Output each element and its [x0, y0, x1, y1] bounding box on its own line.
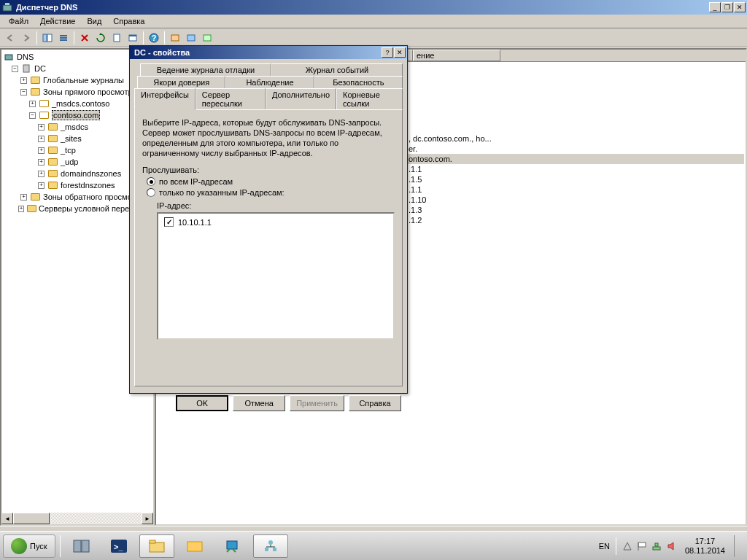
taskbar-server-manager[interactable]	[63, 534, 98, 558]
ip-address-list[interactable]: ✓ 10.10.1.1	[157, 212, 395, 340]
tab-forwarders[interactable]: Сервер пересылки	[196, 88, 266, 109]
list-row[interactable]: .1.3	[406, 205, 744, 215]
menu-help[interactable]: Справка	[107, 15, 150, 27]
server-icon	[20, 63, 32, 74]
menu-view[interactable]: Вид	[81, 15, 107, 27]
properties-button[interactable]	[125, 31, 140, 45]
list-view-button[interactable]	[56, 31, 71, 45]
tree-horizontal-scrollbar[interactable]: ◄ ►	[1, 513, 153, 524]
cancel-button[interactable]: Отмена	[233, 395, 285, 411]
scroll-thumb[interactable]	[13, 513, 50, 524]
expand-cond-forwarders[interactable]: +	[18, 206, 24, 212]
tab-interfaces[interactable]: Интерфейсы	[134, 88, 196, 110]
expand-dc[interactable]: −	[12, 66, 18, 72]
tab-root-hints[interactable]: Корневые ссылки	[336, 88, 403, 109]
node-dns[interactable]: DNS	[17, 52, 34, 61]
tray-network-icon[interactable]	[651, 541, 662, 551]
tab-advanced[interactable]: Дополнительно	[266, 88, 336, 109]
node-dc[interactable]: DC	[34, 64, 46, 73]
show-hide-tree-button[interactable]	[40, 31, 55, 45]
tab-event-log[interactable]: Журнал событий	[271, 63, 403, 76]
node-msdcs-contoso[interactable]: _msdcs.contoso	[52, 99, 109, 108]
taskbar-explorer[interactable]	[139, 534, 174, 558]
expand-rev-zones[interactable]: +	[20, 194, 27, 201]
node-contoso-com[interactable]: contoso.com	[52, 110, 100, 120]
svg-point-25	[268, 540, 273, 545]
taskbar-powershell[interactable]: >_	[101, 534, 136, 558]
ok-button[interactable]: OK	[176, 395, 228, 411]
radio-all-ips-row[interactable]: по всем IP-адресам	[147, 177, 395, 186]
tray-flag-icon[interactable]	[637, 541, 647, 551]
help-button[interactable]: ?	[147, 31, 161, 45]
menu-file[interactable]: Файл	[3, 15, 34, 27]
tab-security[interactable]: Безопасность	[314, 76, 403, 88]
expand-udp[interactable]: +	[38, 159, 44, 166]
list-row[interactable]: .1.1	[406, 184, 744, 195]
tray-sound-icon[interactable]	[666, 541, 676, 551]
node-global-logs[interactable]: Глобальные журналы	[43, 76, 124, 85]
delete-button[interactable]	[77, 31, 92, 45]
show-desktop-button[interactable]	[734, 535, 743, 557]
export-button[interactable]	[109, 31, 124, 45]
start-button[interactable]: Пуск	[3, 534, 55, 558]
forward-button[interactable]	[19, 31, 34, 45]
expand-fwd-zones[interactable]: −	[20, 89, 27, 96]
expand-msdcs[interactable]: +	[38, 124, 44, 131]
list-row[interactable]: er.	[406, 144, 744, 154]
expand-global-logs[interactable]: +	[20, 77, 27, 84]
dialog-help-button[interactable]: ?	[382, 47, 393, 58]
toolbar-icon-3[interactable]	[200, 31, 214, 45]
tray-icon-1[interactable]	[622, 541, 632, 551]
tab-trust-anchors[interactable]: Якори доверия	[137, 76, 225, 88]
col-value[interactable]: ение	[413, 50, 500, 61]
back-button[interactable]	[3, 31, 18, 45]
toolbar-icon-2[interactable]	[184, 31, 198, 45]
taskbar-dns-manager[interactable]	[253, 534, 288, 558]
language-indicator[interactable]: EN	[599, 542, 610, 551]
list-row[interactable]: .1.2	[406, 215, 744, 225]
clock[interactable]: 17:17 08.11.2014	[681, 537, 729, 556]
ip-list-item[interactable]: ✓ 10.10.1.1	[161, 217, 390, 228]
node-fwd-zones[interactable]: Зоны прямого просмотра	[43, 88, 137, 96]
refresh-button[interactable]	[93, 31, 108, 45]
minimize-button[interactable]: _	[709, 2, 721, 12]
node-domaindnszones[interactable]: domaindnszones	[61, 169, 121, 178]
help-button[interactable]: Справка	[349, 395, 401, 411]
svg-rect-21	[150, 542, 164, 552]
list-row[interactable]: .1.5	[406, 174, 744, 184]
radio-all-ips[interactable]	[147, 177, 155, 186]
expand-msdcs-contoso[interactable]: +	[29, 101, 36, 107]
node-forestdnszones[interactable]: forestdnszones	[61, 181, 115, 190]
expand-domaindnszones[interactable]: +	[38, 171, 44, 177]
zone-icon	[38, 109, 50, 121]
radio-selected-ips[interactable]	[147, 188, 155, 197]
dialog-close-button[interactable]: ✕	[394, 47, 406, 58]
taskbar-item-4[interactable]	[177, 534, 212, 558]
list-row[interactable]: , dc.contoso.com., ho...	[406, 133, 744, 144]
expand-tcp[interactable]: +	[38, 147, 44, 154]
dialog-titlebar[interactable]: DC - свойства ? ✕	[130, 46, 407, 59]
taskbar-item-5[interactable]	[215, 534, 250, 558]
ip-checkbox[interactable]: ✓	[164, 217, 174, 227]
radio-selected-ips-row[interactable]: только по указанным IP-адресам:	[147, 188, 395, 197]
expand-sites[interactable]: +	[38, 136, 44, 142]
list-row[interactable]: .1.10	[406, 195, 744, 205]
node-msdcs[interactable]: _msdcs	[61, 122, 88, 131]
maximize-button[interactable]: ❐	[721, 2, 733, 12]
menu-action[interactable]: Действие	[34, 15, 81, 27]
list-row[interactable]: .1.1	[406, 164, 744, 174]
toolbar-icon-1[interactable]	[168, 31, 182, 45]
svg-rect-0	[3, 5, 12, 11]
expand-forestdnszones[interactable]: +	[38, 182, 44, 189]
node-tcp[interactable]: _tcp	[61, 146, 76, 155]
node-sites[interactable]: _sites	[61, 134, 82, 143]
close-button[interactable]: ✕	[734, 2, 746, 12]
scroll-right-button[interactable]: ►	[142, 513, 153, 524]
node-udp[interactable]: _udp	[61, 158, 78, 166]
tab-debug-log[interactable]: Ведение журнала отладки	[140, 63, 271, 76]
apply-button[interactable]: Применить	[290, 395, 344, 411]
expand-contoso[interactable]: −	[29, 112, 36, 119]
tab-monitoring[interactable]: Наблюдение	[225, 76, 314, 88]
scroll-left-button[interactable]: ◄	[1, 513, 13, 524]
list-row[interactable]: ontoso.com.	[406, 154, 744, 164]
